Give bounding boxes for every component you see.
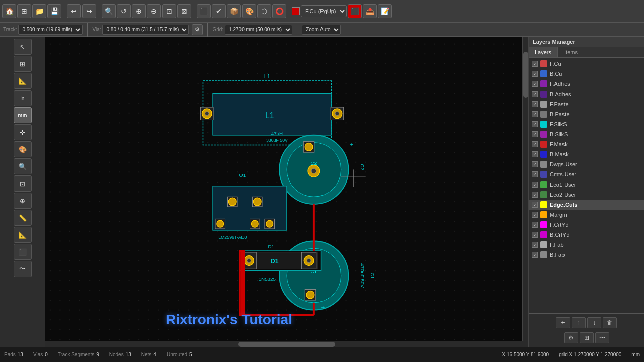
layer-item-B-CrtYd[interactable]: ✓B.CrtYd [529,230,644,240]
settings-button[interactable]: ⚙ [192,24,203,35]
render-button[interactable]: 🎨 [242,4,256,18]
vertical-scrollbar[interactable] [522,37,528,341]
layer-item-B-SilkS[interactable]: ✓B.SilkS [529,129,644,139]
layer-item-F-SilkS[interactable]: ✓F.SilkS [529,119,644,129]
h-scroll-thumb[interactable] [238,342,335,347]
inspect-tool[interactable]: 📐 [14,73,32,89]
layer-item-Margin[interactable]: ✓Margin [529,210,644,220]
layer-checkbox[interactable]: ✓ [532,151,538,157]
grid-dropdown[interactable]: 1.2700 mm (50.00 mils) [225,25,292,35]
layer-checkbox[interactable]: ✓ [532,111,538,117]
save-button[interactable]: 💾 [47,4,61,18]
netlist-button[interactable]: ⬛ [197,4,211,18]
find-button[interactable]: 🔍 [102,4,116,18]
mm-unit[interactable]: mm [14,107,32,123]
route-tool[interactable]: ⊞ [14,56,32,72]
svg-text:+: + [350,141,353,147]
settings-layer-button[interactable]: ⚙ [564,332,578,343]
undo-button[interactable]: ↩ [67,4,81,18]
track-dropdown[interactable]: 0.500 mm (19.69 mils) [18,25,83,35]
fill-tool[interactable]: 🎨 [14,141,32,157]
layer-checkbox[interactable]: ✓ [532,81,538,87]
layer-checkbox[interactable]: ✓ [532,161,538,167]
layer-item-F-Mask[interactable]: ✓F.Mask [529,139,644,149]
layer-item-F-Cu[interactable]: ✓F.Cu [529,59,644,69]
script-button[interactable]: 📝 [378,4,392,18]
layer-checkbox[interactable]: ✓ [532,131,538,137]
move-down-button[interactable]: ↓ [587,317,601,328]
tab-items[interactable]: Items [558,47,584,57]
layer-item-B-Adhes[interactable]: ✓B.Adhes [529,89,644,99]
layer-item-Dwgs-User[interactable]: ✓Dwgs.User [529,159,644,169]
zoom-area-button[interactable]: ⊠ [177,4,191,18]
ratsnest-button[interactable]: ⭕ [272,4,286,18]
layer-item-B-Paste[interactable]: ✓B.Paste [529,109,644,119]
layer-dropdown[interactable]: F.Cu (PgUp) [301,5,347,17]
layer-item-F-Paste[interactable]: ✓F.Paste [529,99,644,109]
layer-checkbox[interactable]: ✓ [532,141,538,147]
layer-checkbox[interactable]: ✓ [532,232,538,238]
pcb-canvas-area[interactable]: L1 L1 47uH 330uF 50V C2 C2 + 470uF 50V C… [45,37,528,347]
layer-checkbox[interactable]: ✓ [532,171,538,177]
via-dropdown[interactable]: 0.80 / 0.40 mm (31.5 / 15.7 mils) [102,25,189,35]
layer-item-Edge-Cuts[interactable]: ✓Edge.Cuts [529,200,644,210]
layer-item-Cmts-User[interactable]: ✓Cmts.User [529,169,644,179]
select-tool[interactable]: ↖ [14,39,32,55]
layer-checkbox[interactable]: ✓ [532,212,538,218]
horizontal-scrollbar[interactable] [45,341,528,347]
layer-checkbox[interactable]: ✓ [532,101,538,107]
layer-checkbox[interactable]: ✓ [532,121,538,127]
tab-layers[interactable]: Layers [529,47,558,57]
layer-item-F-CrtYd[interactable]: ✓F.CrtYd [529,220,644,230]
grid-button[interactable]: ⊞ [17,4,31,18]
layer-item-B-Fab[interactable]: ✓B.Fab [529,250,644,260]
layer-checkbox[interactable]: ✓ [532,252,538,258]
zoom-tool[interactable]: 🔍 [14,158,32,174]
v-scroll-thumb[interactable] [523,52,528,98]
home-button[interactable]: 🏠 [2,4,16,18]
coords-status: X 16.5000 Y 81.9000 [502,352,549,357]
angle-tool[interactable]: 📐 [14,227,32,243]
snap-tool[interactable]: ⊕ [14,193,32,209]
inch-unit[interactable]: in [14,90,32,106]
layer-item-F-Adhes[interactable]: ✓F.Adhes [529,79,644,89]
pcb-export-button[interactable]: 📤 [363,4,377,18]
3d-button[interactable]: 📦 [227,4,241,18]
layer-checkbox[interactable]: ✓ [532,242,538,248]
measure-tool[interactable]: 📏 [14,210,32,226]
zoom-dropdown[interactable]: Zoom Auto [302,25,341,35]
zoom-in-button[interactable]: ⊕ [132,4,146,18]
layer-item-F-Fab[interactable]: ✓F.Fab [529,240,644,250]
layer-selector[interactable]: F.Cu (PgUp) [292,5,347,17]
sep4 [289,4,289,18]
copper-pour-button[interactable]: ⬡ [257,4,271,18]
layer-item-Eco1-User[interactable]: ✓Eco1.User [529,179,644,190]
layer-tool[interactable]: ⬛ [14,244,32,260]
layer-checkbox[interactable]: ✓ [532,192,538,198]
crosshair-tool[interactable]: ✛ [14,124,32,140]
layer-color [540,141,547,148]
layer-checkbox[interactable]: ✓ [532,61,538,67]
layer-checkbox[interactable]: ✓ [532,202,538,208]
layer-checkbox[interactable]: ✓ [532,222,538,228]
layer-checkbox[interactable]: ✓ [532,91,538,97]
drc-marker-button[interactable]: ⬛ [348,4,362,18]
delete-layer-button[interactable]: 🗑 [603,317,617,328]
layer-checkbox[interactable]: ✓ [532,71,538,77]
zoom-out-button[interactable]: ⊖ [147,4,161,18]
layer-checkbox[interactable]: ✓ [532,182,538,188]
zoom-fit-button[interactable]: ⊡ [162,4,176,18]
grid-layer-button[interactable]: ⊞ [580,332,594,343]
layer-item-B-Mask[interactable]: ✓B.Mask [529,149,644,159]
refresh-button[interactable]: ↺ [117,4,131,18]
add-layer-button[interactable]: + [556,317,570,328]
layer-item-Eco2-User[interactable]: ✓Eco2.User [529,190,644,200]
wave-button[interactable]: 〜 [595,332,609,343]
zoom-sel-tool[interactable]: ⊡ [14,175,32,192]
waveform-tool[interactable]: 〜 [14,261,32,277]
move-up-button[interactable]: ↑ [572,317,586,328]
layer-item-B-Cu[interactable]: ✓B.Cu [529,69,644,79]
open-button[interactable]: 📁 [32,4,46,18]
redo-button[interactable]: ↪ [82,4,96,18]
drc-button[interactable]: ✔ [212,4,226,18]
